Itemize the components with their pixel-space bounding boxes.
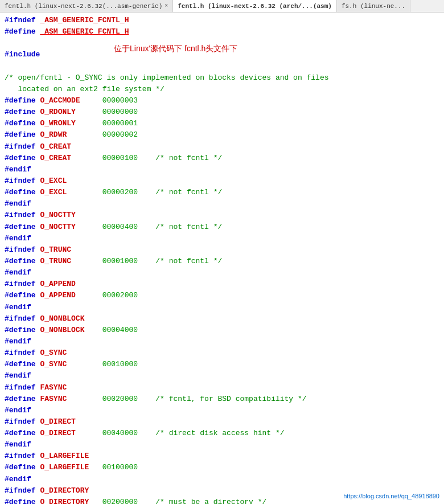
code-line: #endif xyxy=(5,302,439,313)
code-line: #define O_NOCTTY 00000400 /* not fcntl *… xyxy=(5,222,439,233)
code-line: #ifndef O_TRUNC xyxy=(5,244,439,256)
code-line: /* open/fcntl - O_SYNC is only implement… xyxy=(5,72,439,84)
watermark: https://blog.csdn.net/qq_48918890 xyxy=(343,493,439,499)
tab-label: fcntl.h (linux-next-2.6.32 (arch/...(asm… xyxy=(178,3,332,10)
code-line: #ifndef O_LARGEFILE xyxy=(5,450,439,462)
code-wrapper: 位于Linux'源代码下 fcntl.h头文件下 #ifndef _ASM_GE… xyxy=(0,13,444,504)
code-line: #ifndef O_CREAT xyxy=(5,141,439,153)
code-line: #ifndef O_NONBLOCK xyxy=(5,313,439,325)
code-line: #define O_DIRECT 00040000 /* direct disk… xyxy=(5,428,439,439)
tab-label: fcntl.h (linux-next-2.6.32(...asm-generi… xyxy=(5,3,162,10)
code-line: #define O_CREAT 00000100 /* not fcntl */ xyxy=(5,153,439,164)
code-line: #define _ASM_GENERIC_FCNTL_H xyxy=(5,26,439,38)
tab-bar: fcntl.h (linux-next-2.6.32(...asm-generi… xyxy=(0,0,444,13)
code-line: #endif xyxy=(5,474,439,485)
code-line: #ifndef O_NOCTTY xyxy=(5,210,439,221)
code-line: #endif xyxy=(5,370,439,382)
code-line: #define O_TRUNC 00001000 /* not fcntl */ xyxy=(5,256,439,267)
tab-close-icon[interactable]: × xyxy=(165,3,168,9)
code-line: #define O_APPEND 00002000 xyxy=(5,290,439,301)
code-line: #endif xyxy=(5,233,439,244)
tab-fs-h[interactable]: fs.h (linux-ne... xyxy=(337,0,410,12)
tab-label: fs.h (linux-ne... xyxy=(342,3,405,10)
annotation-text: 位于Linux'源代码下 fcntl.h头文件下 xyxy=(114,44,237,54)
code-line: #define O_RDONLY 00000000 xyxy=(5,106,439,118)
tab-fcntl-asm-generic[interactable]: fcntl.h (linux-next-2.6.32(...asm-generi… xyxy=(0,0,173,12)
code-line: #endif xyxy=(5,405,439,416)
code-line: #define O_ACCMODE 00000003 xyxy=(5,95,439,106)
code-line: #endif xyxy=(5,336,439,347)
code-line xyxy=(5,61,439,72)
code-line: #ifndef O_SYNC xyxy=(5,347,439,359)
code-line: #define O_RDWR 00000002 xyxy=(5,129,439,141)
code-line: #endif xyxy=(5,198,439,210)
code-line: #endif xyxy=(5,439,439,450)
code-line: #define O_NONBLOCK 00004000 xyxy=(5,325,439,336)
code-line: located on an ext2 file system */ xyxy=(5,84,439,95)
code-line: #define O_SYNC 00010000 xyxy=(5,359,439,370)
code-line: #ifndef O_APPEND xyxy=(5,278,439,290)
code-line: #define O_EXCL 00000200 /* not fcntl */ xyxy=(5,187,439,198)
code-line: #ifndef O_EXCL xyxy=(5,175,439,187)
code-area: #ifndef _ASM_GENERIC_FCNTL_H#define _ASM… xyxy=(0,13,444,504)
code-line: #ifndef O_DIRECT xyxy=(5,416,439,428)
code-line: #ifndef FASYNC xyxy=(5,382,439,394)
code-line: #endif xyxy=(5,267,439,278)
code-line: #define O_LARGEFILE 00100000 xyxy=(5,462,439,473)
code-line: #endif xyxy=(5,164,439,175)
tab-fcntl-arch-asm[interactable]: fcntl.h (linux-next-2.6.32 (arch/...(asm… xyxy=(173,0,337,12)
code-line: #ifndef _ASM_GENERIC_FCNTL_H xyxy=(5,15,439,26)
code-line: #define FASYNC 00020000 /* fcntl, for BS… xyxy=(5,394,439,405)
code-line: #define O_WRONLY 00000001 xyxy=(5,118,439,129)
